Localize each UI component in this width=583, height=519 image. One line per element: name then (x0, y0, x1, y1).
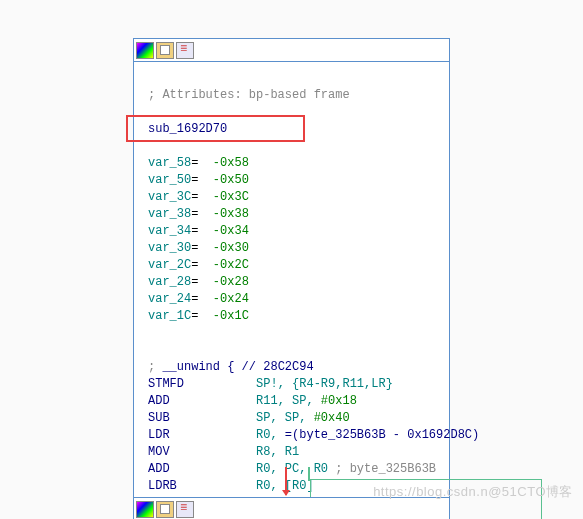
edit-icon[interactable] (156, 42, 174, 59)
flow-arrow-red (285, 467, 287, 495)
disasm-node: ; Attributes: bp-based frame sub_1692D70… (133, 38, 450, 519)
disasm-content: ; Attributes: bp-based frame sub_1692D70… (134, 62, 449, 519)
watermark: https://blog.csdn.n@51CTO博客 (373, 483, 573, 501)
list-icon[interactable] (176, 501, 194, 518)
edit-icon[interactable] (156, 501, 174, 518)
node-titlebar (134, 39, 449, 62)
color-picker-icon[interactable] (136, 42, 154, 59)
node-titlebar-2 (134, 498, 449, 519)
list-icon[interactable] (176, 42, 194, 59)
color-picker-icon[interactable] (136, 501, 154, 518)
